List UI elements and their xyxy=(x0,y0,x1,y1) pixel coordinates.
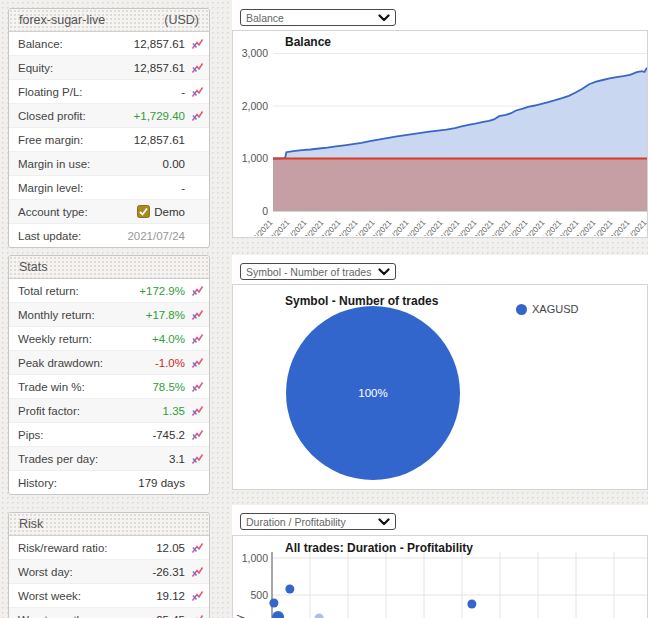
svg-text:500: 500 xyxy=(250,589,268,601)
row-value: +1,729.40 xyxy=(134,110,185,122)
row-label: Free margin: xyxy=(18,134,134,146)
legend-dot-icon xyxy=(516,304,527,315)
row-value-text: +1,729.40 xyxy=(134,110,185,122)
table-row: Trade win %:78.5% xyxy=(9,374,209,398)
table-row: Worst week:19.12 xyxy=(9,583,209,607)
row-value-text: -745.2 xyxy=(152,429,185,441)
row-label: Profit factor: xyxy=(18,405,163,417)
row-value: 3.1 xyxy=(169,453,185,465)
row-value-text: - xyxy=(181,86,185,98)
account-name: forex-sugar-live xyxy=(19,13,105,27)
table-row: Margin in use:0.00 xyxy=(9,151,209,175)
row-label: Trades per day: xyxy=(18,453,169,465)
row-value-text: 179 days xyxy=(138,477,185,489)
chart-select-symbol-label: Symbol - Number of trades xyxy=(246,266,371,278)
row-value: 12,857.61 xyxy=(134,62,185,74)
row-value: +17.8% xyxy=(146,309,185,321)
row-label: Worst week: xyxy=(18,590,156,602)
table-row: History:179 days xyxy=(9,470,209,494)
table-row: Worst month:25.45 xyxy=(9,607,209,618)
table-row: Peak drawdown:-1.0% xyxy=(9,350,209,374)
chart-icon[interactable] xyxy=(188,333,204,345)
svg-text:1,000: 1,000 xyxy=(242,152,268,164)
table-row: Last update:2021/07/24 xyxy=(9,223,209,247)
row-value: 0.00 xyxy=(163,158,185,170)
row-value: +4.0% xyxy=(152,333,185,345)
chart-icon[interactable] xyxy=(188,62,204,74)
chart-icon[interactable] xyxy=(188,357,204,369)
panel-account-header: forex-sugar-live (USD) xyxy=(9,9,209,32)
table-row: Worst day:-26.31 xyxy=(9,559,209,583)
row-label: Floating P/L: xyxy=(18,86,181,98)
row-value-text: 2021/07/24 xyxy=(127,230,185,242)
svg-text:0: 0 xyxy=(262,205,268,217)
row-value: 12.05 xyxy=(156,542,185,554)
row-value-text: Demo xyxy=(154,206,185,218)
chart-icon[interactable] xyxy=(188,590,204,602)
account-currency: (USD) xyxy=(164,13,199,27)
row-value-text: 12.05 xyxy=(156,542,185,554)
row-value-text: 12,857.61 xyxy=(134,62,185,74)
balance-area-chart: 01,0002,0003,0001/26/20212/3/20212/11/20… xyxy=(233,31,647,236)
row-label: Pips: xyxy=(18,429,152,441)
chart-icon[interactable] xyxy=(188,285,204,297)
legend-label: XAGUSD xyxy=(532,303,578,315)
panel-account-rows: Balance:12,857.61Equity:12,857.61Floatin… xyxy=(9,32,209,247)
chart-icon[interactable] xyxy=(188,381,204,393)
row-label: Total return: xyxy=(18,285,139,297)
chart-select-balance[interactable]: Balance xyxy=(240,9,396,26)
table-row: Trades per day:3.1 xyxy=(9,446,209,470)
chart-icon[interactable] xyxy=(188,86,204,98)
panel-stats-header: Stats xyxy=(9,256,209,279)
row-label: Balance: xyxy=(18,38,134,50)
chart-select-duration[interactable]: Duration / Profitability xyxy=(240,513,396,530)
row-value: 12,857.61 xyxy=(134,38,185,50)
row-value-text: 12,857.61 xyxy=(134,134,185,146)
chart-icon[interactable] xyxy=(188,614,204,618)
chart-icon[interactable] xyxy=(188,405,204,417)
row-value-text: 1.35 xyxy=(163,405,185,417)
row-value-text: 25.45 xyxy=(156,614,185,618)
row-value-text: 3.1 xyxy=(169,453,185,465)
row-label: Closed profit: xyxy=(18,110,134,122)
pie-percent-label: 100% xyxy=(358,387,387,399)
panel-stats: Stats Total return:+172.9%Monthly return… xyxy=(8,255,210,495)
row-value: 25.45 xyxy=(156,614,185,618)
row-value: -1.0% xyxy=(155,357,185,369)
row-value: 12,857.61 xyxy=(134,134,185,146)
chart-icon[interactable] xyxy=(188,542,204,554)
table-row: Risk/reward ratio:12.05 xyxy=(9,536,209,559)
chart-icon[interactable] xyxy=(188,38,204,50)
trading-dashboard: forex-sugar-live (USD) Balance:12,857.61… xyxy=(0,0,648,618)
panel-risk: Risk Risk/reward ratio:12.05Worst day:-2… xyxy=(8,512,210,618)
chart-icon[interactable] xyxy=(188,110,204,122)
row-value-text: 0.00 xyxy=(163,158,185,170)
row-value: 1.35 xyxy=(163,405,185,417)
chart-select-duration-label: Duration / Profitability xyxy=(246,516,346,528)
table-row: Margin level:- xyxy=(9,175,209,199)
row-value-text: - xyxy=(181,182,185,194)
row-label: Trade win %: xyxy=(18,381,152,393)
svg-text:3,000: 3,000 xyxy=(242,47,268,59)
svg-text:2,000: 2,000 xyxy=(242,100,268,112)
table-row: Closed profit:+1,729.40 xyxy=(9,103,209,127)
panel-risk-rows: Risk/reward ratio:12.05Worst day:-26.31W… xyxy=(9,536,209,618)
chart-icon[interactable] xyxy=(188,566,204,578)
scatter-chart-box: All trades: Duration - Profitability 500… xyxy=(232,535,648,618)
pie-legend-item-xagusd[interactable]: XAGUSD xyxy=(516,303,578,315)
row-value: - xyxy=(181,86,185,98)
row-value-text: -1.0% xyxy=(155,357,185,369)
panel-account: forex-sugar-live (USD) Balance:12,857.61… xyxy=(8,8,210,248)
scatter-chart-title: All trades: Duration - Profitability xyxy=(285,541,473,555)
row-label: History: xyxy=(18,477,138,489)
row-value: 2021/07/24 xyxy=(127,230,185,242)
chart-icon[interactable] xyxy=(188,309,204,321)
chart-icon[interactable] xyxy=(188,429,204,441)
chart-select-symbol[interactable]: Symbol - Number of trades xyxy=(240,263,396,280)
row-value: - xyxy=(181,182,185,194)
panel-stats-rows: Total return:+172.9%Monthly return:+17.8… xyxy=(9,279,209,494)
chart-icon[interactable] xyxy=(188,453,204,465)
row-label: Peak drawdown: xyxy=(18,357,155,369)
checkbox-checked-icon xyxy=(137,205,150,218)
row-value-text: 12,857.61 xyxy=(134,38,185,50)
